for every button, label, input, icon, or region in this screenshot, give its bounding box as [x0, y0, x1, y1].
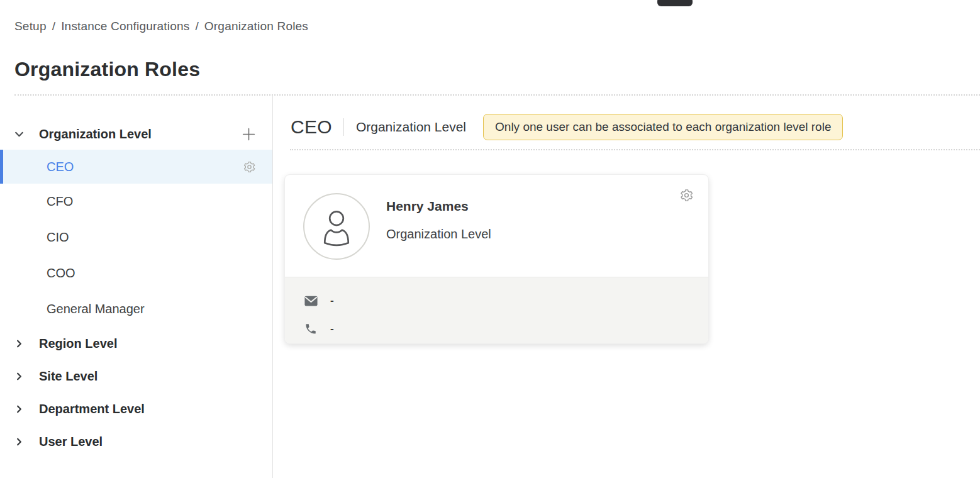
roles-sidebar: Organization Level CEO CFO CIO COO Gener… — [0, 95, 273, 478]
gear-icon[interactable] — [679, 188, 694, 203]
content-layout: Organization Level CEO CFO CIO COO Gener… — [0, 95, 980, 478]
person-icon — [314, 204, 359, 249]
user-card-top: Henry James Organization Level — [285, 175, 708, 277]
email-value: - — [330, 294, 334, 307]
user-name: Henry James — [386, 199, 491, 214]
user-role-level: Organization Level — [386, 227, 491, 242]
sidebar-group-site-level[interactable]: Site Level — [0, 360, 272, 392]
sidebar-group-label: Department Level — [39, 402, 145, 416]
sidebar-item-cfo[interactable]: CFO — [0, 184, 272, 220]
sidebar-group-label: User Level — [39, 435, 103, 449]
chevron-right-icon — [14, 437, 25, 447]
sidebar-item-label: CEO — [47, 160, 74, 174]
sidebar-item-label: CIO — [47, 230, 69, 245]
sidebar-group-label: Site Level — [39, 369, 97, 384]
sidebar-group-label: Organization Level — [39, 127, 242, 142]
role-title: CEO — [291, 116, 332, 138]
sidebar-group-region-level[interactable]: Region Level — [0, 327, 272, 360]
breadcrumb-item-setup[interactable]: Setup — [14, 19, 47, 33]
gear-icon[interactable] — [243, 160, 256, 174]
chevron-right-icon — [14, 339, 25, 348]
breadcrumb: Setup / Instance Configurations / Organi… — [14, 19, 308, 33]
chevron-down-icon[interactable] — [14, 129, 25, 140]
sidebar-group-department-level[interactable]: Department Level — [0, 392, 272, 425]
breadcrumb-item-organization-roles[interactable]: Organization Roles — [204, 19, 308, 33]
sidebar-item-label: COO — [47, 266, 75, 281]
phone-row: - — [304, 318, 708, 340]
sidebar-item-ceo[interactable]: CEO — [0, 150, 272, 184]
breadcrumb-item-instance-configurations[interactable]: Instance Configurations — [61, 19, 189, 33]
info-banner: Only one user can be associated to each … — [483, 114, 843, 140]
email-row: - — [304, 290, 708, 311]
role-detail-header: CEO Organization Level Only one user can… — [273, 113, 980, 142]
sidebar-group-label: Region Level — [39, 336, 117, 351]
sidebar-item-general-manager[interactable]: General Manager — [0, 291, 272, 327]
chevron-right-icon — [14, 404, 25, 414]
chevron-right-icon — [14, 372, 25, 381]
role-level-label: Organization Level — [356, 119, 466, 135]
user-card-texts: Henry James Organization Level — [386, 193, 491, 277]
sidebar-item-label: General Manager — [47, 302, 145, 316]
sidebar-group-organization-level[interactable]: Organization Level — [0, 118, 272, 150]
add-role-button[interactable] — [242, 127, 256, 142]
page-title: Organization Roles — [14, 58, 200, 81]
user-card[interactable]: Henry James Organization Level — [284, 174, 709, 344]
breadcrumb-separator: / — [195, 19, 198, 33]
sidebar-item-cio[interactable]: CIO — [0, 220, 272, 255]
user-card-footer: - - — [285, 277, 708, 344]
top-cutoff-element — [657, 0, 693, 6]
phone-icon — [304, 323, 318, 335]
sidebar-item-coo[interactable]: COO — [0, 255, 272, 291]
phone-value: - — [330, 323, 334, 335]
header-separator — [290, 149, 980, 150]
sidebar-item-label: CFO — [47, 194, 73, 209]
sidebar-group-user-level[interactable]: User Level — [0, 425, 272, 458]
breadcrumb-separator: / — [52, 19, 55, 33]
avatar — [303, 193, 370, 260]
header-divider — [343, 118, 343, 136]
role-detail-panel: CEO Organization Level Only one user can… — [273, 95, 980, 478]
envelope-icon — [304, 296, 318, 306]
